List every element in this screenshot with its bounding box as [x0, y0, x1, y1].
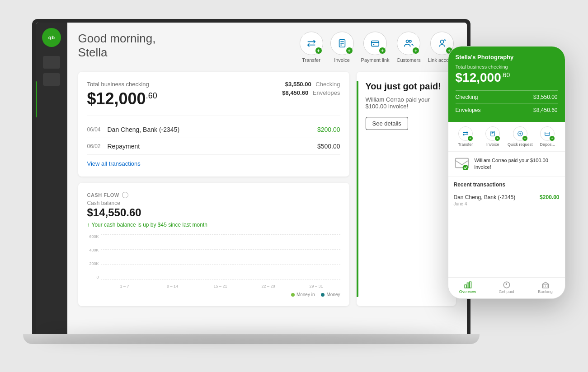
banking-nav-icon: [541, 281, 550, 288]
phone-balance-main: $12,000: [456, 70, 501, 84]
tx-desc-1: Dan Cheng, Bank (-2345): [108, 126, 317, 133]
see-details-button[interactable]: See details: [366, 117, 408, 130]
phone-quick-request-label: Quick request: [508, 142, 533, 147]
cashflow-trend-text: Your cash balance is up by $45 since las…: [92, 222, 207, 228]
svg-rect-22: [465, 285, 466, 288]
transfer-label: Transfer: [302, 57, 320, 63]
phone-notif-text: William Corrao paid your $100.00 invoice…: [475, 157, 560, 171]
phone-balance: $12,000.60: [456, 70, 558, 85]
transactions-list: 06/04 Dan Cheng, Bank (-2345) $200.00 06…: [87, 116, 340, 155]
svg-point-9: [406, 40, 409, 43]
phone-deposit-icon: +: [540, 126, 555, 141]
overview-nav-icon: [463, 281, 472, 288]
quick-action-transfer[interactable]: + Transfer: [300, 32, 323, 63]
cashflow-trend: ↑ Your cash balance is up by $45 since l…: [87, 222, 340, 228]
cashflow-card: CASH FLOW i Cash balance $14,550.60 ↑ Yo…: [78, 183, 349, 306]
balance-main: $12,000: [87, 89, 146, 108]
checking-label: Checking: [315, 81, 340, 88]
quick-actions-bar: + Transfer: [300, 32, 456, 63]
quick-action-payment-link[interactable]: + Payment link: [361, 32, 390, 63]
phone-account-rows: Checking $3,550.00 Envelopes $8,450.60: [456, 90, 558, 116]
phone-recent-label: Recent transactions: [448, 177, 565, 191]
phone-transaction-1: Dan Cheng, Bank (-2345) June 4 $200.00: [448, 191, 565, 210]
cashflow-header: CASH FLOW i: [87, 192, 340, 198]
balance-label: Total business checking: [87, 81, 157, 88]
legend-money-in: Money in: [291, 292, 315, 297]
balance-cents: .60: [146, 91, 157, 100]
phone-invoice-label: Invoice: [486, 142, 499, 147]
content-grid: Total business checking $12,000.60 $3,55…: [78, 72, 456, 306]
phone-balance-label: Total business checking: [456, 64, 558, 70]
info-icon[interactable]: i: [122, 192, 128, 198]
tx-date-2: 06/02: [87, 143, 108, 149]
phone-nav-get-paid[interactable]: Get paid: [487, 281, 526, 294]
customers-icon: +: [397, 32, 420, 55]
cashflow-title: CASH FLOW: [87, 192, 119, 198]
phone-action-invoice[interactable]: + Invoice: [479, 126, 507, 147]
balance-amount: $12,000.60: [87, 89, 157, 108]
payment-link-label: Payment link: [361, 57, 390, 63]
payment-link-icon: +: [363, 32, 387, 55]
envelopes-row: $8,450.60 Envelopes: [282, 89, 340, 96]
phone-checking-amount: $3,550.00: [533, 94, 557, 100]
phone-action-transfer[interactable]: + Transfer: [452, 126, 480, 147]
phone-envelopes-row: Envelopes $8,450.60: [456, 104, 558, 116]
phone-transfer-label: Transfer: [458, 142, 473, 147]
laptop: qb Good morning, Stella: [23, 19, 480, 344]
cash-flow-chart: 600K 400K 200K 0: [87, 234, 340, 288]
phone-app-name: Stella's Photography: [456, 54, 558, 60]
chart-y-labels: 600K 400K 200K 0: [87, 234, 101, 279]
svg-point-11: [440, 40, 443, 43]
sidebar-nav-item-1[interactable]: [43, 56, 60, 69]
greeting-line2: Stella: [78, 46, 156, 60]
svg-point-10: [409, 40, 412, 42]
laptop-shadow: [41, 330, 461, 344]
scene: qb Good morning, Stella: [23, 10, 565, 362]
phone-action-quick-request[interactable]: + Quick request: [507, 126, 534, 147]
quick-action-customers[interactable]: + Customers: [397, 32, 421, 63]
sidebar: qb: [36, 23, 67, 334]
sidebar-nav-item-2[interactable]: [43, 73, 60, 86]
chart-bars: [101, 234, 340, 279]
phone-tx-amount: $200.00: [540, 194, 559, 200]
balance-breakdown: $3,550.00 Checking $8,450.60 Envelopes: [282, 81, 340, 96]
phone-tx-date: June 4: [454, 201, 516, 206]
svg-rect-18: [545, 132, 550, 136]
quickbooks-logo[interactable]: qb: [42, 28, 61, 47]
phone-tx-info: Dan Cheng, Bank (-2345) June 4: [454, 194, 516, 206]
balance-left: Total business checking $12,000.60: [87, 81, 157, 108]
phone: Stella's Photography Total business chec…: [448, 46, 565, 299]
greeting: Good morning, Stella: [78, 32, 156, 60]
phone-bottom-nav: Overview Get paid: [448, 277, 565, 298]
legend-money-out: Money: [321, 292, 340, 297]
phone-notification: William Corrao paid your $100.00 invoice…: [448, 152, 565, 177]
svg-rect-24: [469, 282, 471, 288]
phone-action-deposit[interactable]: + Depos...: [534, 126, 561, 147]
notification-card: You just got paid! William Corrao paid y…: [357, 72, 456, 306]
notif-bar: [357, 81, 358, 297]
view-all-link[interactable]: View all transactions: [87, 160, 141, 167]
phone-screen: Stella's Photography Total business chec…: [448, 46, 565, 298]
tx-amount-2: – $500.00: [312, 143, 340, 150]
quick-action-invoice[interactable]: + Invoice: [330, 32, 354, 63]
get-paid-nav-label: Get paid: [499, 289, 514, 294]
checking-row: $3,550.00 Checking: [282, 81, 340, 88]
transfer-icon: +: [300, 32, 323, 55]
tx-date-1: 06/04: [87, 126, 108, 133]
phone-header: Stella's Photography Total business chec…: [448, 46, 565, 122]
phone-nav-banking[interactable]: Banking: [526, 281, 565, 294]
envelopes-amount: $8,450.60: [282, 89, 308, 96]
customers-label: Customers: [397, 57, 421, 63]
phone-quick-request-icon: +: [513, 126, 527, 141]
get-paid-nav-icon: [502, 281, 511, 288]
chart-legend: Money in Money: [87, 292, 340, 297]
phone-nav-overview[interactable]: Overview: [448, 281, 487, 294]
cashflow-amount: $14,550.60: [87, 206, 340, 219]
table-row: 06/02 Repayment – $500.00: [87, 138, 340, 155]
greeting-line1: Good morning,: [78, 32, 156, 46]
laptop-screen-outer: qb Good morning, Stella: [32, 19, 470, 334]
table-row: 06/04 Dan Cheng, Bank (-2345) $200.00: [87, 121, 340, 138]
invoice-icon: +: [330, 32, 354, 55]
phone-notif-icon: [454, 158, 470, 170]
phone-tx-name: Dan Cheng, Bank (-2345): [454, 194, 516, 200]
